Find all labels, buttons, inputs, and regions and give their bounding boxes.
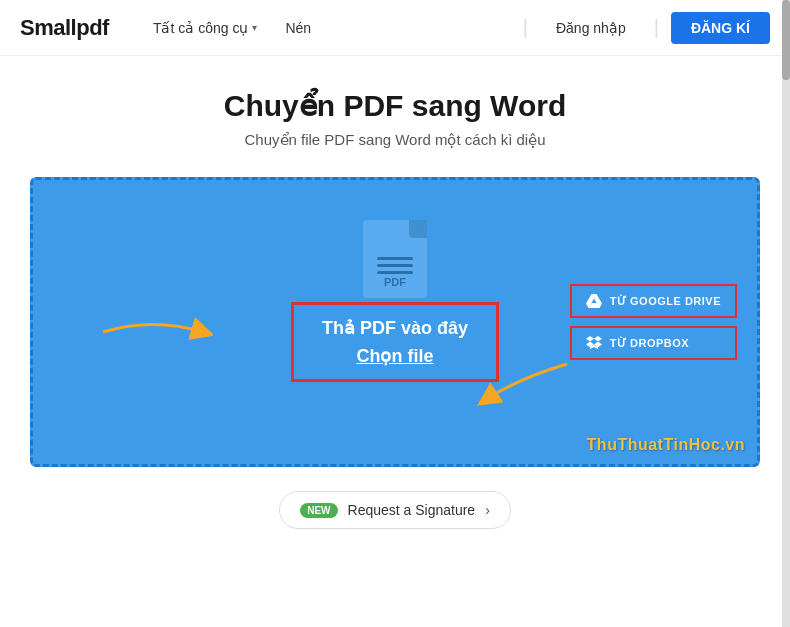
pdf-line-2 <box>377 264 413 267</box>
dropbox-label: TỪ DROPBOX <box>610 337 689 350</box>
signature-bar[interactable]: NEW Request a Signature › <box>279 491 511 529</box>
scrollbar-thumb[interactable] <box>782 0 790 80</box>
new-badge: NEW <box>300 503 337 518</box>
arrow-left-icon <box>93 312 213 352</box>
page-title: Chuyển PDF sang Word <box>224 88 566 123</box>
drop-box[interactable]: Thả PDF vào đây Chọn file <box>291 302 499 382</box>
chevron-right-icon: › <box>485 502 490 518</box>
dropbox-button[interactable]: TỪ DROPBOX <box>570 326 737 360</box>
nav-divider2: | <box>654 16 659 39</box>
nav-all-tools-label: Tất cả công cụ <box>153 20 248 36</box>
pdf-line-1 <box>377 257 413 260</box>
google-drive-icon <box>586 294 602 308</box>
pdf-lines <box>377 257 413 274</box>
header: Smallpdf Tất cả công cụ ▾ Nén | Đăng nhậ… <box>0 0 790 56</box>
logo[interactable]: Smallpdf <box>20 15 109 41</box>
arrow-right-icon <box>477 359 577 409</box>
nav-compress-label: Nén <box>285 20 311 36</box>
choose-file-link[interactable]: Chọn file <box>357 346 434 366</box>
pdf-icon: PDF <box>363 220 427 298</box>
nav-divider: | <box>523 16 528 39</box>
drop-text: Thả PDF vào đây <box>322 317 468 339</box>
main-content: Chuyển PDF sang Word Chuyển file PDF san… <box>0 56 790 529</box>
header-actions: | Đăng nhập | ĐĂNG KÍ <box>523 12 770 44</box>
pdf-icon-wrapper: PDF <box>363 220 427 298</box>
watermark: ThuThuatTinHoc.vn <box>587 436 745 454</box>
register-button[interactable]: ĐĂNG KÍ <box>671 12 770 44</box>
pdf-label: PDF <box>384 276 406 288</box>
chevron-down-icon: ▾ <box>252 22 257 33</box>
scrollbar[interactable] <box>782 0 790 627</box>
cloud-buttons: TỪ GOOGLE DRIVE TỪ DROPBOX <box>570 284 737 360</box>
signature-text: Request a Signature <box>348 502 476 518</box>
dropbox-icon <box>586 336 602 350</box>
page-subtitle: Chuyển file PDF sang Word một cách kì di… <box>245 131 546 149</box>
pdf-line-3 <box>377 271 413 274</box>
drop-content: Thả PDF vào đây Chọn file <box>291 302 499 382</box>
nav: Tất cả công cụ ▾ Nén <box>141 14 523 42</box>
login-button[interactable]: Đăng nhập <box>540 13 642 43</box>
google-drive-button[interactable]: TỪ GOOGLE DRIVE <box>570 284 737 318</box>
drop-zone[interactable]: PDF Thả PDF vào đây Chọn file TỪ GOOGLE … <box>30 177 760 467</box>
nav-all-tools[interactable]: Tất cả công cụ ▾ <box>141 14 269 42</box>
nav-compress[interactable]: Nén <box>273 14 323 42</box>
google-drive-label: TỪ GOOGLE DRIVE <box>610 295 721 308</box>
